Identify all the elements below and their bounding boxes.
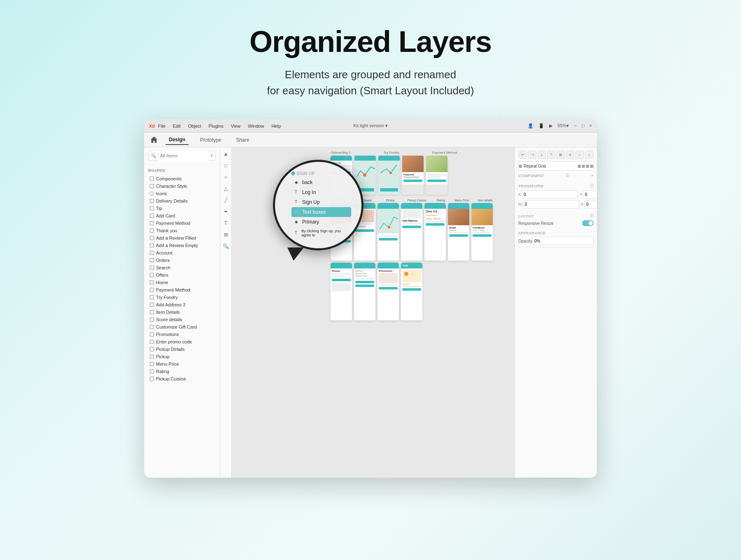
sidebar-item-tryfoodry[interactable]: Try Foodry [148,294,216,301]
folder-icon [295,210,300,214]
align-top-icon[interactable]: ⊤ [547,151,555,159]
wh-row: W H [518,200,594,208]
distribute-v-icon[interactable]: ↕ [585,151,593,159]
appearance-section: APPEARANCE Opacity [518,231,594,247]
sidebar-item-thankyou[interactable]: Thank you [148,227,216,234]
sidebar-item-itemdetails[interactable]: Item Details [148,308,216,316]
sidebar-item-components[interactable]: Components [148,175,216,182]
left-toolbar: ▲ □ ○ △ ╱ ✒ T ⊞ 🔍 [220,147,232,478]
sidebar-item-add-card[interactable]: Add Card [148,212,216,219]
distribute-h-icon[interactable]: ↔ [576,151,584,159]
menu-file[interactable]: File [158,124,165,128]
artboard-tool[interactable]: ⊞ [223,231,229,238]
sidebar-item-offers[interactable]: Offers [148,271,216,279]
sidebar-item-tip[interactable]: Tip [148,205,216,212]
triangle-tool[interactable]: △ [223,185,229,192]
h-input[interactable] [584,200,597,208]
sidebar-item-delivery[interactable]: Delivery Details [148,197,216,205]
responsive-toggle[interactable] [582,220,594,226]
menu-edit[interactable]: Edit [173,124,181,128]
sidebar-item-review-empty[interactable]: Add a Review Empty [148,242,216,249]
tab-bar: Design Prototype Share [144,133,597,147]
sidebar-item-home[interactable]: Home [148,279,216,286]
sidebar-item-pickup[interactable]: Pickup [148,353,216,360]
sidebar-item-scoredetails[interactable]: Score details [148,316,216,323]
sidebar-item-enterpromo[interactable]: Enter promo code [148,338,216,345]
sidebar-item-search[interactable]: Search [148,264,216,271]
sidebar-item-giftcard[interactable]: Customize Gift Card [148,323,216,331]
y-label: Y [580,192,582,196]
tab-design[interactable]: Design [165,135,189,145]
popup-item-terms[interactable]: T By clicking Sign up, you agree to [291,227,351,239]
menu-window[interactable]: Window [248,124,264,128]
align-left-icon[interactable]: ⊢ [519,151,527,159]
pen-tool[interactable]: ✒ [223,208,229,215]
align-middle-icon[interactable]: ⊞ [557,151,565,159]
sidebar-item-orders[interactable]: Orders [148,257,216,264]
popup-item-signup[interactable]: T Sign Up [291,197,351,207]
sidebar-item-rating[interactable]: Rating [148,368,216,375]
sidebar-item-character-style[interactable]: Character Style [148,182,216,190]
maximize-btn[interactable]: □ [582,123,585,128]
text-tool[interactable]: T [223,220,229,226]
align-right-icon[interactable]: ⊥ [538,151,546,159]
popup-item-textboxes[interactable]: Text boxes [291,207,351,217]
section-label-payment: Payment Method [432,151,457,154]
popup-item-primary[interactable]: ◆ Primary [291,217,351,227]
zoom-tool[interactable]: 🔍 [223,243,229,250]
menu-help[interactable]: Help [271,124,281,128]
canvas-area[interactable]: ▲ □ ○ △ ╱ ✒ T ⊞ 🔍 SIGN UP [220,147,515,478]
sidebar-item-review-filled[interactable]: Add a Review Filled [148,234,216,242]
line-tool[interactable]: ╱ [223,197,229,203]
popup-item-back[interactable]: ◆ back [291,177,351,187]
item-icon [150,191,154,196]
repeat-grid-btn[interactable]: ⊞ Repeat Grid ⊞⊞⊞⊞ [518,161,594,170]
close-btn[interactable]: × [590,123,592,128]
select-tool[interactable]: ▲ [223,151,229,157]
popup-item-login[interactable]: T Log In [291,187,351,197]
pickup-map-svg [377,209,399,233]
ellipse-tool[interactable]: ○ [223,174,229,180]
home-icon[interactable] [151,137,157,143]
sidebar-layers-section: BOARDS Components Character Style Icons … [144,164,220,383]
sidebar-item-promotions[interactable]: Promotions [148,331,216,338]
sidebar-item-account[interactable]: Account [148,249,216,257]
device-icon: 📱 [538,123,544,128]
sidebar-item-pickupdetails[interactable]: Pickup Details [148,345,216,353]
add-component-btn[interactable]: + [591,174,594,178]
menu-object[interactable]: Object [188,124,201,128]
align-bottom-icon[interactable]: ≡ [566,151,574,159]
y-input[interactable] [583,190,597,198]
sidebar-item-payment[interactable]: Payment Method [148,219,216,227]
frame-order-process: Promotions [377,263,399,320]
item-icon [150,184,154,188]
menu-view[interactable]: View [231,124,241,128]
diamond-icon: ◆ [295,219,300,224]
frame-item-details: Detail Address [448,203,469,261]
rect-tool[interactable]: □ [223,162,229,169]
responsive-label: Responsive Resize [518,221,554,226]
sidebar: 🔍 ▾ BOARDS Components Character Style [144,147,220,478]
popup-circle: SIGN UP ◆ back T Log In T Sign Up [273,160,364,250]
sidebar-item-pickupcuisine[interactable]: Pickup Cuisine [148,375,216,383]
menu-plugins[interactable]: Plugins [209,124,224,128]
opacity-slider-track [518,247,594,247]
tab-prototype[interactable]: Prototype [197,135,224,145]
opacity-input[interactable] [532,237,594,245]
menu-bar: File Edit Object Plugins View Window Hel… [158,124,281,128]
label-rating: Rating [437,199,445,202]
item-icon [150,251,154,255]
tab-share[interactable]: Share [233,135,252,145]
minimize-btn[interactable]: − [574,123,576,128]
w-input[interactable] [523,200,579,208]
x-input[interactable] [522,190,578,198]
align-center-icon[interactable]: ⊣ [528,151,536,159]
sidebar-item-payment2[interactable]: Payment Method [148,286,216,294]
sidebar-item-icons[interactable]: Icons [148,190,216,197]
sidebar-item-address2[interactable]: Add Address 2 [148,301,216,308]
sidebar-item-menuprice[interactable]: Menu Price [148,360,216,368]
right-panel: ⊢ ⊣ ⊥ ⊤ ⊞ ≡ ↔ ↕ ⊞ Repeat Grid ⊞⊞⊞⊞ CO [515,147,597,478]
search-input[interactable] [158,151,209,161]
item-icon [150,206,154,210]
layout-section: LAYOUT ⓘ Responsive Resize [518,213,594,226]
